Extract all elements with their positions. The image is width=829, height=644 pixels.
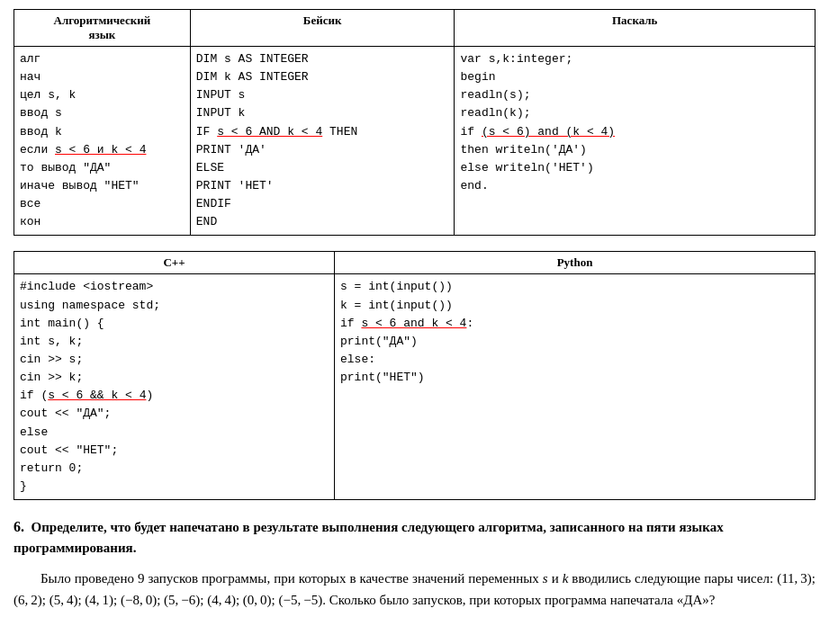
alg-code-cell: алг нач цел s, k ввод s ввод k если s < … (14, 47, 191, 236)
task-number: 6. (14, 519, 24, 534)
basic-code-cell: DIM s AS INTEGER DIM k AS INTEGER INPUT … (190, 47, 455, 236)
header-cpp: C++ (14, 252, 335, 274)
header-alg: Алгоритмическийязык (14, 10, 191, 47)
task-header: 6. Определите, что будет напечатано в ре… (14, 516, 815, 559)
python-code-cell: s = int(input()) k = int(input()) if s <… (335, 274, 815, 500)
pascal-code-cell: var s,k:integer; begin readln(s); readln… (455, 47, 815, 236)
cpp-code-cell: #include <iostream> using namespace std;… (14, 274, 335, 500)
header-basic: Бейсик (190, 10, 455, 47)
task-body: Было проведено 9 запусков программы, при… (14, 568, 815, 611)
task-paragraph: Было проведено 9 запусков программы, при… (14, 568, 815, 611)
task-heading: Определите, что будет напечатано в резул… (14, 520, 724, 555)
task-section: 6. Определите, что будет напечатано в ре… (14, 516, 815, 611)
header-pascal: Паскаль (455, 10, 815, 47)
code-comparison-table: Алгоритмическийязык Бейсик Паскаль алг н… (14, 9, 815, 236)
header-python: Python (335, 252, 815, 274)
code-comparison-table-2: C++ Python #include <iostream> using nam… (14, 251, 815, 500)
